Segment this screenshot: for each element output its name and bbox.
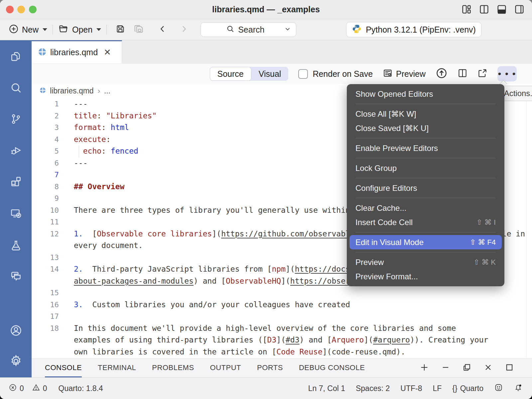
bottom-panel: CONSOLETERMINALPROBLEMSOUTPUTPORTSDEBUG …	[32, 358, 532, 377]
code-line[interactable]: 18In this document we'll provide a high-…	[32, 323, 532, 334]
menu-item-preview-format[interactable]: Preview Format...	[347, 269, 504, 284]
code-text: There are three types of library you'll …	[67, 204, 373, 216]
code-text: every document.	[67, 240, 143, 252]
customize-layout-icon[interactable]	[461, 4, 472, 15]
line-number: 7	[32, 169, 67, 181]
menu-item-show-opened-editors[interactable]: Show Opened Editors	[347, 87, 504, 101]
indentation-status[interactable]: Spaces: 2	[356, 384, 390, 393]
line-number: 2	[32, 110, 67, 122]
status-bar: 0 0 Quarto: 1.8.4 Ln 7, Col 1 Spaces: 2 …	[0, 377, 532, 399]
close-icon[interactable]: ✕	[104, 47, 111, 58]
toggle-secondary-sidebar-icon[interactable]	[514, 4, 525, 15]
line-number	[32, 346, 67, 358]
split-editor-layout-icon[interactable]	[479, 4, 489, 15]
add-console-icon[interactable]	[420, 363, 429, 373]
code-text: own libraries is covered in the article …	[67, 346, 405, 358]
menu-item-edit-in-visual-mode[interactable]: Edit in Visual Mode⇧ ⌘ F4	[349, 235, 502, 249]
account-icon[interactable]	[0, 324, 32, 337]
visual-mode-button[interactable]: Visual	[251, 67, 289, 81]
line-number: 9	[32, 193, 67, 204]
code-text: ## Overview	[67, 181, 124, 193]
maximize-panel-icon[interactable]	[505, 363, 514, 373]
code-line[interactable]: examples of using third-party libraries …	[32, 334, 532, 346]
quarto-version-status[interactable]: Quarto: 1.8.4	[59, 384, 103, 393]
bell-icon[interactable]	[514, 383, 523, 394]
settings-icon[interactable]	[0, 354, 32, 368]
search-input[interactable]: Search	[200, 22, 296, 37]
menu-separator	[347, 195, 504, 201]
encoding-status[interactable]: UTF-8	[400, 384, 422, 393]
panel-tab-problems[interactable]: PROBLEMS	[152, 359, 194, 377]
chat-icon[interactable]	[0, 270, 32, 282]
split-editor-icon[interactable]	[458, 68, 467, 79]
back-icon[interactable]	[158, 24, 167, 35]
source-mode-button[interactable]: Source	[210, 67, 251, 81]
open-button[interactable]: Open	[58, 24, 101, 36]
save-all-icon[interactable]	[133, 24, 144, 36]
minimize-panel-icon[interactable]	[441, 363, 450, 373]
feedback-icon[interactable]	[494, 383, 503, 394]
breadcrumb-more[interactable]: ...	[104, 86, 110, 95]
panel-tab-debug-console[interactable]: DEBUG CONSOLE	[299, 359, 365, 377]
panel-tab-terminal[interactable]: TERMINAL	[98, 359, 136, 377]
breadcrumb-file[interactable]: libraries.qmd	[50, 86, 94, 95]
source-control-icon[interactable]	[0, 113, 32, 125]
line-number: 15	[32, 287, 67, 299]
code-text: ---	[67, 157, 88, 169]
preview-button[interactable]: Preview	[383, 68, 426, 79]
code-text	[67, 169, 74, 181]
panel-tab-ports[interactable]: PORTS	[257, 359, 283, 377]
code-line[interactable]: own libraries is covered in the article …	[32, 346, 532, 358]
code-line[interactable]: 163. Custom libraries you and/or your co…	[32, 299, 532, 311]
testing-icon[interactable]	[0, 239, 32, 252]
more-actions-button[interactable]: • • •	[497, 66, 517, 81]
chevron-down-icon	[43, 28, 47, 31]
remote-explorer-icon[interactable]	[0, 207, 32, 220]
chevron-down-icon	[96, 28, 101, 31]
save-icon[interactable]	[115, 24, 125, 35]
eol-status[interactable]: LF	[433, 384, 442, 393]
problems-status[interactable]: 0 0	[9, 383, 47, 394]
close-panel-icon[interactable]	[483, 363, 493, 373]
explorer-icon[interactable]	[0, 50, 32, 63]
divider	[53, 25, 53, 35]
code-text: format: html	[67, 122, 129, 134]
cursor-position-status[interactable]: Ln 7, Col 1	[308, 384, 345, 393]
language-mode-status[interactable]: {} Quarto	[452, 384, 483, 393]
menu-item-insert-code-cell[interactable]: Insert Code Cell⇧ ⌘ I	[347, 215, 504, 229]
code-text: examples of using third-party libraries …	[67, 334, 488, 346]
source-visual-toggle: Source Visual	[210, 67, 289, 81]
code-line[interactable]: 17	[32, 311, 532, 323]
run-debug-icon[interactable]	[0, 144, 32, 157]
editor-scrollbar-edge	[526, 98, 527, 358]
tab-libraries-qmd[interactable]: libraries.qmd ✕	[32, 40, 122, 64]
line-number: 16	[32, 299, 67, 311]
open-in-new-window-icon[interactable]	[477, 68, 487, 79]
restore-panel-icon[interactable]	[462, 363, 471, 373]
menu-item-configure-editors[interactable]: Configure Editors	[347, 181, 504, 195]
extensions-icon[interactable]	[0, 175, 32, 188]
menu-item-enable-preview-editors[interactable]: Enable Preview Editors	[347, 141, 504, 155]
menu-item-close-saved-k-u[interactable]: Close Saved [⌘K U]	[347, 121, 504, 135]
panel-tab-output[interactable]: OUTPUT	[210, 359, 241, 377]
menu-item-clear-cache[interactable]: Clear Cache...	[347, 201, 504, 215]
interpreter-selector[interactable]: Python 3.12.1 (PipEnv: .venv)	[346, 22, 481, 37]
folder-open-icon	[58, 24, 69, 36]
menu-item-close-all-k-w[interactable]: Close All [⌘K W]	[347, 107, 504, 121]
menu-item-lock-group[interactable]: Lock Group	[347, 161, 504, 175]
code-text	[67, 287, 74, 299]
toggle-panel-icon[interactable]	[496, 4, 507, 15]
panel-tab-console[interactable]: CONSOLE	[45, 359, 82, 377]
render-on-save-checkbox[interactable]	[298, 69, 308, 79]
search-icon[interactable]	[0, 81, 32, 94]
code-line[interactable]: 15	[32, 287, 532, 299]
menu-item-preview[interactable]: Preview⇧ ⌘ K	[347, 255, 504, 269]
chevron-down-icon[interactable]	[284, 25, 291, 34]
line-number: 18	[32, 323, 67, 334]
render-icon[interactable]	[436, 67, 448, 80]
new-button[interactable]: New	[9, 24, 47, 35]
menu-separator	[347, 155, 504, 161]
plus-circle-icon	[9, 24, 19, 35]
forward-icon[interactable]	[179, 24, 189, 35]
error-icon	[9, 383, 17, 394]
